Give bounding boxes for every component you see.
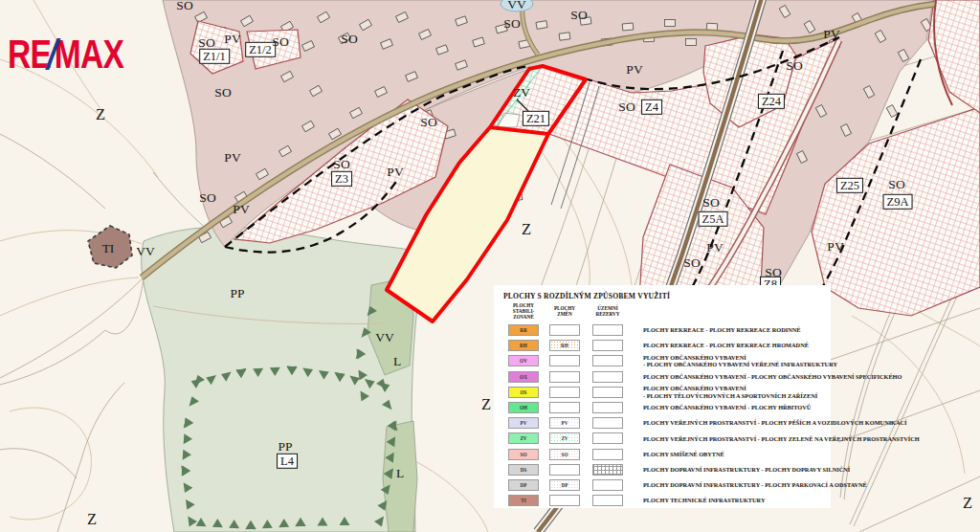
legend-desc-zv: PLOCHY VEŘEJNÝCH PROSTRANSTVÍ - PLOCHY Z… (630, 435, 920, 443)
legend-desc-pv: PLOCHY VEŘEJNÝCH PROSTRANSTVÍ - PLOCHY P… (630, 419, 907, 427)
legend-title: PLOCHY S ROZDÍLNÝM ZPŮSOBEM VYUŽITÍ (503, 292, 823, 300)
legend-row-dp: DPDPPLOCHY DOPRAVNÍ INFRASTRUKTURY - PLO… (503, 477, 823, 493)
legend-column-headers: PLOCHY STABILI- ZOVANÉ PLOCHY ZMĚN ÚZEMN… (503, 303, 823, 321)
legend-swatch-stabilized-rh: RH (508, 340, 539, 351)
legend-col-reserves: ÚZEMNÍ REZERVY (586, 306, 630, 318)
legend-swatch-reserve-dp (592, 479, 623, 491)
legend-swatch-stabilized-os: OS (508, 387, 539, 398)
legend-swatch-reserve-rr (592, 324, 623, 336)
legend-swatch-reserve-rh (592, 340, 623, 351)
legend-swatch-stabilized-ds: DS (508, 464, 539, 476)
legend-col-stabilized: PLOCHY STABILI- ZOVANÉ (503, 303, 544, 321)
legend-row-pv: PVPVPLOCHY VEŘEJNÝCH PROSTRANSTVÍ - PLOC… (503, 415, 823, 431)
legend-desc-os: PLOCHY OBČANSKÉHO VYBAVENÍ- PLOCHY TĚLOV… (630, 385, 823, 399)
legend-swatch-reserve-zv (592, 432, 623, 444)
pond (501, 0, 533, 11)
legend-swatch-stabilized-zv: ZV (508, 432, 539, 444)
zoning-map-screenshot: RE/MAX SOPVSOZ1/1Z1/2SOSOSOSOVVSOPVPVSOZ… (0, 0, 980, 532)
legend-rows: RRPLOCHY REKREACE - PLOCHY REKREACE RODI… (503, 322, 823, 508)
legend-desc-rr: PLOCHY REKREACE - PLOCHY REKREACE RODINN… (630, 326, 823, 334)
legend-desc-dp: PLOCHY DOPRAVNÍ INFRASTRUKTURY - PLOCHY … (630, 481, 867, 489)
legend-swatch-reserve-os (592, 387, 623, 398)
legend-row-ov: OVPLOCHY OBČANSKÉHO VYBAVENÍ- PLOCHY OBČ… (503, 353, 823, 368)
legend-row-os: OSPLOCHY OBČANSKÉHO VYBAVENÍ- PLOCHY TĚL… (503, 385, 823, 400)
logo-max: MAX (55, 32, 123, 77)
legend-swatch-reserve-ox (592, 371, 623, 383)
legend-swatch-reserve-ov (592, 355, 623, 366)
legend-swatch-changes-ti (549, 495, 580, 506)
map-canvas (0, 0, 980, 532)
legend-row-ox: OXPLOCHY OBČANSKÉHO VYBAVENÍ - PLOCHY OB… (503, 368, 823, 384)
legend-row-ti: TIPLOCHY TECHNICKÉ INFRASTRUKTURY (503, 493, 823, 508)
legend-desc-ox: PLOCHY OBČANSKÉHO VYBAVENÍ - PLOCHY OBČA… (630, 373, 902, 381)
legend-swatch-changes-dp: DP (549, 479, 580, 491)
legend-row-ds: DSPLOCHY DOPRAVNÍ INFRASTRUKTURY - PLOCH… (503, 462, 823, 477)
legend-swatch-changes-oh (549, 402, 580, 413)
remax-logo: RE/MAX (8, 34, 123, 75)
legend-swatch-reserve-oh (592, 402, 623, 413)
legend-swatch-changes-ox (549, 371, 580, 383)
legend-swatch-stabilized-ox: OX (508, 371, 539, 383)
legend-desc-oh: PLOCHY OBČANSKÉHO VYBAVENÍ - PLOCHY HŘBI… (630, 404, 823, 411)
legend-swatch-reserve-ds (592, 464, 623, 476)
legend-swatch-changes-so: SO (549, 449, 580, 460)
legend-swatch-stabilized-ov: OV (508, 355, 539, 366)
legend-row-rr: RRPLOCHY REKREACE - PLOCHY REKREACE RODI… (503, 322, 823, 338)
legend-row-rh: RHRHPLOCHY REKREACE - PLOCHY REKREACE HR… (503, 338, 823, 353)
legend-swatch-stabilized-pv: PV (508, 417, 539, 429)
legend-col-changes: PLOCHY ZMĚN (544, 306, 586, 318)
legend-swatch-changes-rh: RH (549, 340, 580, 351)
legend-swatch-changes-pv: PV (549, 417, 580, 429)
legend-desc-ds: PLOCHY DOPRAVNÍ INFRASTRUKTURY - PLOCHY … (630, 466, 850, 474)
legend-panel: PLOCHY S ROZDÍLNÝM ZPŮSOBEM VYUŽITÍ PLOC… (494, 285, 831, 508)
meadow-pp (142, 227, 417, 532)
legend-swatch-stabilized-ti: TI (508, 495, 539, 506)
legend-swatch-reserve-so (592, 449, 623, 460)
legend-swatch-stabilized-oh: OH (508, 402, 539, 413)
legend-swatch-changes-ov (549, 355, 580, 366)
legend-desc-so: PLOCHY SMÍŠENÉ OBYTNÉ (630, 451, 823, 458)
legend-swatch-stabilized-dp: DP (508, 479, 539, 491)
legend-row-zv: ZVZVPLOCHY VEŘEJNÝCH PROSTRANSTVÍ - PLOC… (503, 431, 823, 446)
legend-swatch-changes-os (549, 387, 580, 398)
legend-swatch-stabilized-rr: RR (508, 324, 539, 336)
legend-swatch-reserve-ti (592, 495, 623, 506)
legend-swatch-changes-zv: ZV (549, 432, 580, 444)
legend-swatch-changes-rr (549, 324, 580, 336)
legend-swatch-stabilized-so: SO (508, 449, 539, 460)
legend-swatch-changes-ds (549, 464, 580, 476)
legend-row-so: SOSOPLOCHY SMÍŠENÉ OBYTNÉ (503, 446, 823, 461)
legend-desc-ov: PLOCHY OBČANSKÉHO VYBAVENÍ- PLOCHY OBČAN… (630, 354, 837, 368)
legend-desc-ti: PLOCHY TECHNICKÉ INFRASTRUKTURY (630, 497, 823, 504)
legend-row-oh: OHPLOCHY OBČANSKÉHO VYBAVENÍ - PLOCHY HŘ… (503, 400, 823, 415)
legend-swatch-reserve-pv (592, 417, 623, 429)
legend-desc-rh: PLOCHY REKREACE - PLOCHY REKREACE HROMAD… (630, 342, 823, 349)
